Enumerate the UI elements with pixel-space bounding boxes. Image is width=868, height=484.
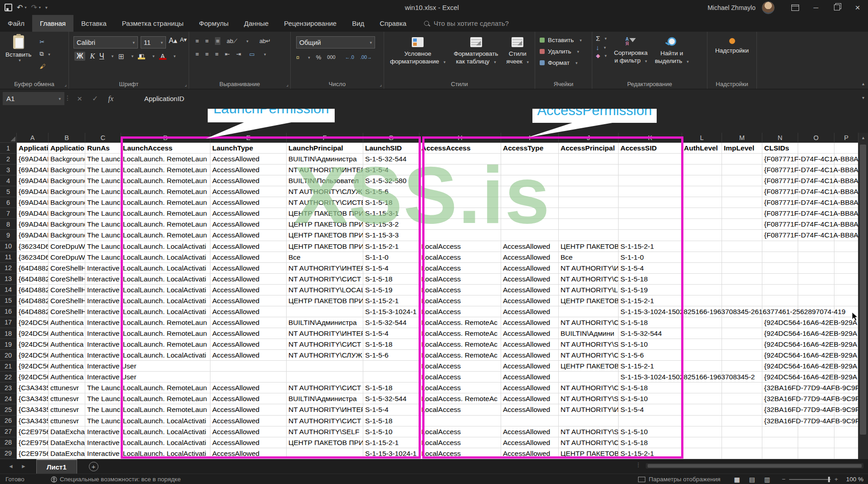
cell[interactable] (722, 361, 762, 372)
cell[interactable] (682, 175, 722, 186)
merge-center-icon[interactable]: ▭ (249, 50, 255, 58)
cell[interactable] (762, 448, 798, 459)
cell[interactable]: CoreShellH (49, 285, 85, 295)
cell[interactable] (722, 426, 762, 437)
cell[interactable] (682, 404, 722, 415)
cell[interactable] (762, 426, 798, 437)
cell[interactable]: Authentica (49, 361, 85, 372)
italic-button[interactable]: К (90, 52, 95, 60)
cell[interactable]: {924DC564 (17, 328, 49, 339)
restore-button[interactable] (826, 0, 847, 15)
cell[interactable]: {69AD4AEI (17, 186, 49, 197)
horizontal-scrollbar-thumb[interactable] (648, 464, 862, 468)
scrollbar-splitter[interactable]: ⋮ (635, 461, 641, 468)
cell[interactable]: {C3A34354 (17, 404, 49, 415)
clear-button[interactable]: ◆▾ (596, 53, 607, 59)
cell[interactable]: {C2E9756F (17, 437, 49, 448)
fill-button[interactable]: ↓▾ (596, 44, 607, 51)
cell[interactable]: {F087771F-D74F-4C1A-BB8A (762, 154, 798, 165)
cell[interactable]: {36234D6F (17, 241, 49, 252)
cell[interactable] (722, 437, 762, 448)
row-number[interactable]: 10 (0, 241, 17, 252)
cell[interactable] (722, 285, 762, 295)
cell-styles-button[interactable]: Стили ячеек ▾ (507, 37, 529, 66)
cell[interactable] (722, 317, 762, 328)
clipboard-dialog-launcher-icon[interactable]: ⌟ (64, 82, 67, 87)
cell[interactable] (798, 241, 834, 252)
cell[interactable] (722, 295, 762, 306)
column-header-A[interactable]: A (17, 133, 49, 143)
cell[interactable] (722, 230, 762, 241)
menu-tab-5[interactable]: Данные (236, 15, 276, 32)
select-all-corner[interactable] (0, 133, 17, 143)
zoom-out-icon[interactable]: − (782, 476, 785, 483)
fill-color-button[interactable]: ◧ (138, 53, 145, 59)
column-header-O[interactable]: O (798, 133, 834, 143)
cell[interactable]: {64D4882D (17, 263, 49, 274)
cell[interactable] (682, 295, 722, 306)
cell[interactable]: CoreShellH (49, 263, 85, 274)
cell[interactable] (722, 416, 762, 426)
cell[interactable]: {69AD4AEI (17, 197, 49, 208)
cell[interactable]: The Launch (85, 404, 121, 415)
font-size-combobox[interactable]: 11▾ (141, 36, 166, 48)
cell[interactable]: Background (49, 230, 85, 241)
row-number[interactable]: 5 (0, 186, 17, 197)
cell[interactable] (798, 285, 834, 295)
collapse-ribbon-icon[interactable]: ▴ (862, 81, 864, 86)
menu-tab-1[interactable]: Главная (32, 15, 73, 32)
row-number[interactable]: 25 (0, 404, 17, 415)
menu-tab-0[interactable]: Файл (0, 15, 32, 32)
row-number[interactable]: 1 (0, 143, 17, 154)
cell[interactable]: {C3A34354 (17, 393, 49, 404)
cell[interactable]: {64D4882D (17, 274, 49, 285)
cell[interactable] (722, 404, 762, 415)
cell[interactable] (682, 448, 722, 459)
cell[interactable]: {32BA16FD-77D9-4AFB-9C9F (762, 393, 798, 404)
cell[interactable] (834, 437, 858, 448)
cell[interactable]: {924DC564-16A6-42EB-929A (762, 361, 798, 372)
cell[interactable] (722, 263, 762, 274)
cell[interactable] (682, 328, 722, 339)
cell[interactable]: {924DC564 (17, 350, 49, 361)
cell[interactable]: Background (49, 165, 85, 175)
decrease-decimal-icon[interactable]: .00→ (360, 53, 372, 61)
addins-button[interactable]: Надстройки (707, 32, 756, 54)
cell[interactable]: DataExcha (49, 448, 85, 459)
page-layout-view-icon[interactable]: ▤ (749, 476, 755, 483)
copy-icon[interactable]: ⧉ ▾ (39, 50, 50, 58)
cell[interactable] (682, 382, 722, 393)
zoom-slider-thumb[interactable] (828, 477, 830, 482)
cell[interactable] (722, 252, 762, 263)
cell[interactable]: Background (49, 154, 85, 165)
row-number[interactable]: 3 (0, 165, 17, 175)
row-number[interactable]: 23 (0, 382, 17, 393)
vertical-scrollbar-thumb[interactable] (860, 145, 866, 435)
cell[interactable]: DataExcha (49, 426, 85, 437)
cell[interactable]: {924DC564-16A6-42EB-929A (762, 350, 798, 361)
cell[interactable]: Applicatio (49, 143, 85, 154)
menu-tab-2[interactable]: Вставка (73, 15, 114, 32)
cell[interactable]: Authentica (49, 372, 85, 382)
cell[interactable]: {924DC564 (17, 339, 49, 350)
increase-indent-icon[interactable]: ⇥ (236, 50, 241, 58)
comma-style-icon[interactable]: 000 (327, 53, 335, 61)
cell[interactable] (722, 186, 762, 197)
cell[interactable]: {C3A34354 (17, 416, 49, 426)
menu-tab-4[interactable]: Формулы (191, 15, 236, 32)
cell[interactable]: Interactive User (85, 372, 121, 382)
column-header-M[interactable]: M (722, 133, 762, 143)
cell[interactable]: The Launch (85, 154, 121, 165)
cell[interactable]: cttunesvr (49, 393, 85, 404)
row-number[interactable]: 24 (0, 393, 17, 404)
cell[interactable] (762, 241, 798, 252)
cell[interactable] (682, 339, 722, 350)
prev-sheet-icon[interactable]: ◄ (8, 463, 14, 469)
cell[interactable] (798, 295, 834, 306)
cell[interactable] (682, 154, 722, 165)
cell[interactable]: {C2E9756F (17, 448, 49, 459)
row-number[interactable]: 2 (0, 154, 17, 165)
row-number[interactable]: 15 (0, 295, 17, 306)
row-number[interactable]: 29 (0, 448, 17, 459)
cell[interactable] (682, 393, 722, 404)
